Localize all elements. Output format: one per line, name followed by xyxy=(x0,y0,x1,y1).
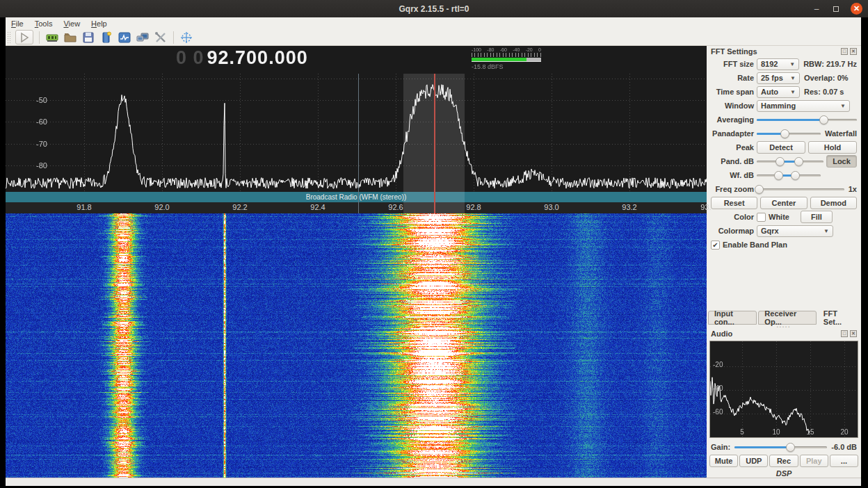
signal-level-meter: -100-80-60-40-200 -15.8 dBFS xyxy=(472,47,541,70)
plot-area: 0 092.700.000 -100-80-60-40-200 -15.8 dB… xyxy=(6,46,707,478)
time-span-label: Time span xyxy=(711,88,754,96)
slider-handle[interactable] xyxy=(774,171,783,180)
slider-handle[interactable] xyxy=(755,185,764,194)
frequency-scale[interactable]: 91.8 92.0 92.2 92.4 92.6 92.8 93.0 93.2 … xyxy=(6,202,707,213)
audio-title: Audio xyxy=(711,330,732,338)
mute-button[interactable]: Mute xyxy=(709,455,738,467)
fft-settings-title: FFT Settings xyxy=(711,47,757,56)
waterfall-split-label: Waterfall xyxy=(825,129,857,138)
audio-spectrum-canvas xyxy=(710,341,858,437)
gain-slider[interactable] xyxy=(734,443,827,452)
more-options-button[interactable]: ... xyxy=(830,455,858,467)
play-icon xyxy=(17,31,31,44)
fft-settings-icon[interactable] xyxy=(118,31,131,44)
window-title: Gqrx 2.15.5 - rtl=0 xyxy=(399,4,469,14)
frequency-display[interactable]: 0 092.700.000 xyxy=(176,47,308,69)
meter-fill xyxy=(472,58,527,61)
fft-size-label: FFT size xyxy=(711,60,754,68)
white-checkbox[interactable] xyxy=(757,213,766,222)
toolbar-drag-handle[interactable] xyxy=(7,31,11,44)
pandapter-db-range-slider[interactable] xyxy=(757,157,823,166)
rate-select[interactable]: 25 fps▼ xyxy=(757,72,800,84)
close-dock-icon[interactable]: ✕ xyxy=(850,48,857,55)
rec-button[interactable]: Rec xyxy=(769,455,798,467)
band-plan-label: Broadcast Radio (WFM (stereo)) xyxy=(306,193,406,201)
tab-fft-settings[interactable]: FFT Set... xyxy=(818,311,860,325)
freq-tick-label: 93.0 xyxy=(544,203,558,211)
meter-ticks xyxy=(472,53,541,57)
fft-settings-header: FFT Settings □ ✕ xyxy=(707,46,861,57)
menu-view[interactable]: View xyxy=(63,19,80,28)
db-axis-label: -70 xyxy=(26,140,47,148)
play-button[interactable]: Play xyxy=(800,455,828,467)
slider-handle[interactable] xyxy=(819,115,828,124)
enable-band-plan-label: Enable Band Plan xyxy=(723,241,787,249)
enable-band-plan-checkbox[interactable]: ✔ xyxy=(711,241,720,250)
gain-label: Gain: xyxy=(711,443,730,451)
udp-button[interactable]: UDP xyxy=(739,455,768,467)
pand-db-label: Pand. dB xyxy=(711,157,754,165)
lock-button[interactable]: Lock xyxy=(826,155,857,168)
chevron-down-icon: ▼ xyxy=(790,89,796,95)
peak-detect-button[interactable]: Detect xyxy=(757,141,805,154)
fft-size-select[interactable]: 8192▼ xyxy=(757,58,799,70)
dock-tab-bar: Input con... Receiver Op... FFT Set... xyxy=(707,309,861,325)
slider-handle[interactable] xyxy=(780,129,789,138)
peak-label: Peak xyxy=(711,143,754,152)
menu-tools[interactable]: Tools xyxy=(35,19,53,28)
band-plan-bar[interactable]: Broadcast Radio (WFM (stereo)) xyxy=(6,192,707,202)
audio-buttons: Mute UDP Rec Play ... xyxy=(707,453,861,467)
meter-scale-labels: -100-80-60-40-200 xyxy=(472,47,541,52)
float-dock-icon[interactable]: □ xyxy=(841,330,848,337)
center-button[interactable]: Center xyxy=(760,197,807,209)
peak-hold-button[interactable]: Hold xyxy=(808,141,857,154)
waterfall[interactable] xyxy=(6,212,707,478)
menu-file[interactable]: File xyxy=(11,19,24,28)
demod-button[interactable]: Demod xyxy=(810,197,857,209)
center-frequency-icon[interactable] xyxy=(179,31,193,44)
menu-help[interactable]: Help xyxy=(91,19,107,28)
start-dsp-button[interactable] xyxy=(15,30,33,44)
tab-receiver-options[interactable]: Receiver Op... xyxy=(758,311,816,325)
float-dock-icon[interactable]: □ xyxy=(841,48,848,55)
fill-button[interactable]: Fill xyxy=(801,211,833,223)
chevron-down-icon: ▼ xyxy=(790,75,796,81)
pan-waterfall-split-slider[interactable] xyxy=(757,129,821,138)
close-icon[interactable]: ✕ xyxy=(851,3,862,15)
freq-tick-label: 93. xyxy=(700,203,711,211)
chevron-down-icon: ▼ xyxy=(789,61,795,67)
remote-control-icon[interactable] xyxy=(136,31,150,44)
chevron-down-icon: ▼ xyxy=(823,228,829,234)
wf-db-label: Wf. dB xyxy=(711,171,754,179)
window-label: Window xyxy=(711,101,754,110)
maximize-icon[interactable] xyxy=(831,4,841,14)
close-dock-icon[interactable]: ✕ xyxy=(850,330,857,337)
tuned-frequency-marker[interactable] xyxy=(434,74,435,213)
device-config-icon[interactable] xyxy=(45,31,59,44)
freq-zoom-label: Freq zoom xyxy=(711,185,754,193)
slider-handle[interactable] xyxy=(786,443,795,452)
slider-handle[interactable] xyxy=(791,171,800,180)
waterfall-db-range-slider[interactable] xyxy=(757,171,821,180)
tools-icon[interactable] xyxy=(154,31,168,44)
audio-khz-label: 5 xyxy=(740,428,744,436)
reset-button[interactable]: Reset xyxy=(711,197,757,209)
audio-khz-label: 10 xyxy=(772,428,780,436)
panadapter-spectrum[interactable] xyxy=(6,46,707,213)
bookmarks-icon[interactable] xyxy=(99,31,113,44)
tab-input-controls[interactable]: Input con... xyxy=(708,311,757,325)
audio-db-label: -20 xyxy=(713,361,723,368)
freq-zoom-slider[interactable] xyxy=(757,185,844,194)
freq-tick-label: 92.2 xyxy=(232,203,247,211)
window-select[interactable]: Hamming▼ xyxy=(757,100,850,112)
slider-handle[interactable] xyxy=(794,157,803,166)
minimize-icon[interactable]: – xyxy=(812,4,821,14)
slider-handle[interactable] xyxy=(775,157,785,166)
meter-value: -15.8 dBFS xyxy=(472,63,541,70)
averaging-slider[interactable] xyxy=(757,115,857,124)
rate-label: Rate xyxy=(711,74,754,82)
time-span-select[interactable]: Auto▼ xyxy=(757,86,800,98)
save-icon[interactable] xyxy=(81,31,95,44)
colormap-select[interactable]: Gqrx▼ xyxy=(757,225,833,237)
open-file-icon[interactable] xyxy=(63,31,77,44)
